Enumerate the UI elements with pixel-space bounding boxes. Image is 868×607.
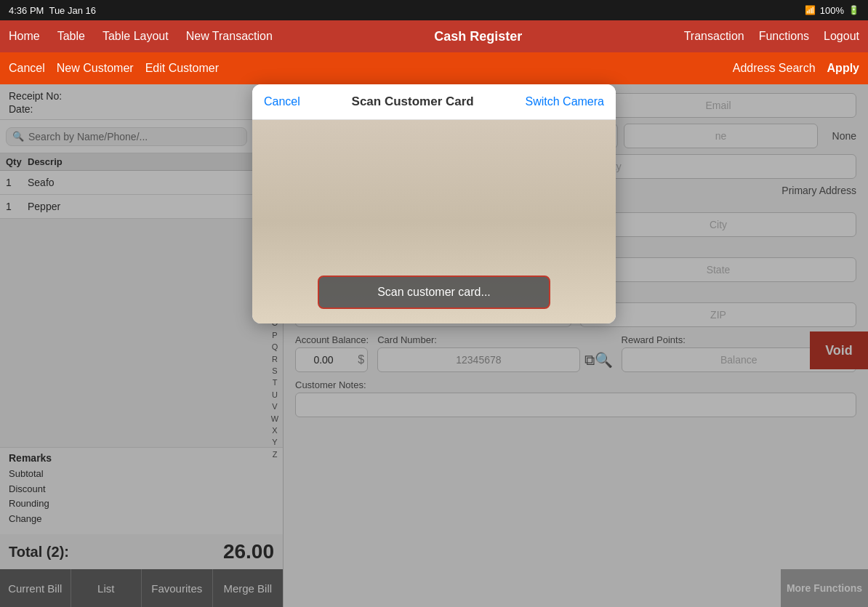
new-customer-btn[interactable]: New Customer — [57, 62, 134, 75]
modal-switch-camera-button[interactable]: Switch Camera — [526, 95, 604, 108]
modal-header: Cancel Scan Customer Card Switch Camera — [252, 84, 616, 120]
status-bar: 4:36 PM Tue Jan 16 📶 100% 🔋 — [0, 0, 868, 20]
nav-table[interactable]: Table — [57, 30, 85, 43]
nav-table-layout[interactable]: Table Layout — [103, 30, 169, 43]
customer-nav: Cancel New Customer Edit Customer Addres… — [0, 52, 868, 84]
top-nav-title: Cash Register — [290, 29, 667, 44]
nav-new-transaction[interactable]: New Transaction — [186, 30, 273, 43]
apply-btn[interactable]: Apply — [827, 62, 859, 75]
customer-cancel-btn[interactable]: Cancel — [9, 62, 45, 75]
nav-home[interactable]: Home — [9, 30, 40, 43]
top-nav: Home Table Table Layout New Transaction … — [0, 20, 868, 52]
battery-icon: 🔋 — [848, 5, 859, 15]
camera-gradient: Scan customer card... — [252, 120, 616, 323]
nav-logout[interactable]: Logout — [824, 30, 859, 43]
modal-cancel-button[interactable]: Cancel — [264, 95, 300, 108]
battery-level: 100% — [820, 5, 844, 16]
status-time: 4:36 PM Tue Jan 16 — [9, 5, 96, 16]
modal-camera-area: Scan customer card... — [252, 120, 616, 323]
edit-customer-btn[interactable]: Edit Customer — [145, 62, 219, 75]
status-right: 📶 100% 🔋 — [805, 5, 859, 16]
address-search-btn[interactable]: Address Search — [733, 62, 816, 75]
main-content: Receipt No: Date: 🔍 ⧉ Qty Descrip 1 Seaf… — [0, 84, 868, 607]
scan-modal: Cancel Scan Customer Card Switch Camera … — [252, 84, 616, 323]
wifi-icon: 📶 — [805, 5, 816, 15]
nav-transaction[interactable]: Transaction — [684, 30, 744, 43]
modal-overlay[interactable]: Cancel Scan Customer Card Switch Camera … — [0, 84, 868, 607]
nav-functions[interactable]: Functions — [759, 30, 809, 43]
modal-title: Scan Customer Card — [352, 95, 474, 109]
top-nav-right: Transaction Functions Logout — [684, 30, 859, 43]
scan-customer-card-button[interactable]: Scan customer card... — [318, 276, 550, 309]
